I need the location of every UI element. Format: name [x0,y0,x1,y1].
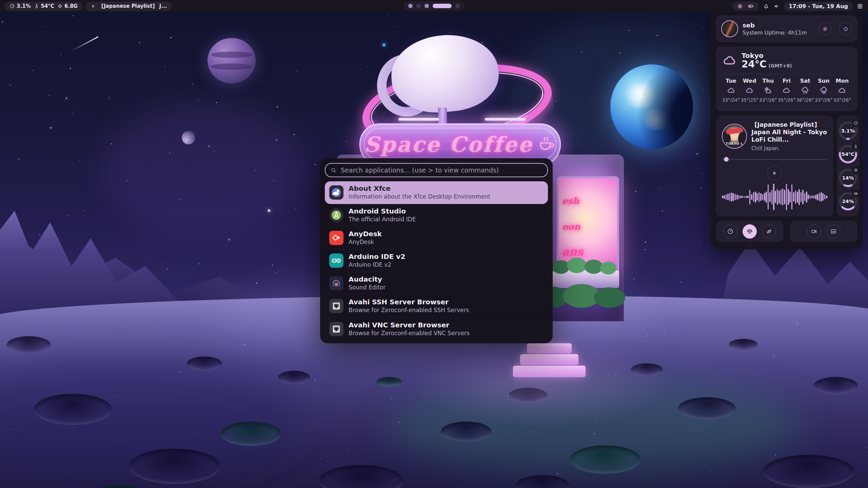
now-playing-text: 【Japanese Playlist】 J... [99,3,167,9]
network-icon[interactable] [737,3,743,9]
saturn-ring-back [357,52,558,158]
shooting-star [71,36,99,52]
workspace-dot-4-active[interactable] [433,4,452,8]
settings-button[interactable] [818,22,831,35]
camera-button[interactable] [807,224,821,239]
speedometer-icon [727,228,734,235]
app-title: About Xfce [349,185,490,192]
battery-icon[interactable] [748,3,754,9]
volume-icon[interactable] [773,3,780,9]
audio-waveform [722,183,827,211]
neon-cup-icon [536,134,556,155]
app-row-audacity[interactable]: AudacitySound Editor [325,272,548,295]
power-profile-scales-button[interactable] [743,224,757,239]
screen-icon [830,228,837,235]
storm-icon [819,86,828,95]
window-neon-script: ans [562,245,583,258]
app-row-avahi-vnc-server-browser[interactable]: Avahi VNC Server BrowserBrowse for Zeroc… [325,318,548,340]
shrub [567,258,587,273]
forecast-fri: Fri35°/26° [777,78,796,103]
app-launcher: About XfceInformation about the Xfce Des… [320,158,553,343]
scales-icon [746,228,753,235]
app-list: About XfceInformation about the Xfce Des… [325,181,548,340]
audacity-app-icon [329,276,343,290]
forecast-temps: 33°/26° [833,97,851,103]
divider [722,74,851,74]
gauge-speedometer: 3.1% [837,120,859,141]
app-row-anydesk[interactable]: AnyDeskAnyDesk [325,227,548,249]
floating-cup [388,31,501,117]
forecast-day: Thu [762,78,774,84]
cloud-icon [745,86,754,95]
search-input[interactable] [340,166,542,174]
user-card: seb System Uptime: 4h11m [716,16,857,42]
apps-grid-icon[interactable] [857,3,863,9]
avahi-app-icon [329,322,343,336]
app-row-arduino-ide-v2[interactable]: Arduino IDE v2Arduino IDE v2 [325,249,548,272]
search-icon [330,167,337,174]
forecast-day: Wed [743,78,756,84]
progress-knob[interactable] [724,157,729,162]
workspace-dot-5[interactable] [455,4,460,8]
marquee-light [398,118,439,121]
weather-cloud-icon [722,53,737,68]
app-row-about-xfce[interactable]: About XfceInformation about the Xfce Des… [325,181,548,204]
system-stats-pill[interactable]: 3.1% 54°C 6.8G [5,2,82,11]
track-progress-slider[interactable] [722,157,827,162]
now-playing-pill[interactable]: 【Japanese Playlist】 J... [86,2,172,11]
forecast-mon: Mon33°/26° [833,78,851,103]
forecast-row: Tue33°/24°Wed35°/25°Thu33°/26°Fri35°/26°… [722,78,851,103]
forecast-sat: Sat36°/26° [796,78,814,103]
weather-city: Tokyo [742,52,792,59]
clock[interactable]: 17:09 - Tue, 19 Aug [784,2,853,11]
notifications-bell-icon[interactable] [763,3,769,9]
media-player-card: TOKYO L 【Japanese Playlist】 Japan All Ni… [716,116,833,216]
clock-text: 17:09 - Tue, 19 Aug [789,3,848,9]
weather-temp: 24°C [742,59,767,70]
app-title: Avahi SSH Server Browser [349,298,469,306]
gauge-drive: 24% [837,191,859,212]
sun-cloud-icon [764,86,773,95]
marquee-light [485,118,526,121]
forecast-temps: 35°/26° [778,97,795,103]
speedometer-icon [9,3,15,9]
systray-pill[interactable] [732,2,759,11]
earth-planet [610,64,693,149]
power-profile-speedometer-button[interactable] [723,224,737,239]
neon-sign-text: Space Coffee [364,132,533,157]
forecast-temps: 33°/24° [722,97,740,103]
play-pause-button[interactable] [767,166,782,181]
purple-planet [208,38,256,83]
small-moon [182,131,195,144]
screen-button[interactable] [826,224,841,239]
workspace-dot-2[interactable] [416,4,421,8]
app-description: The official Android IDE [349,216,416,223]
pause-icon [771,170,777,176]
app-row-android-studio[interactable]: Android StudioThe official Android IDE [325,204,548,227]
app-title: Android Studio [349,207,416,215]
drive-icon [852,189,860,198]
app-title: Audacity [349,276,386,283]
app-row-avahi-ssh-server-browser[interactable]: Avahi SSH Server BrowserBrowse for Zeroc… [325,295,548,318]
workspace-dot-1[interactable] [408,4,413,8]
top-panel: 3.1% 54°C 6.8G 【Japanese Playlist】 J... … [0,0,868,12]
forecast-temps: 35°/25° [741,97,758,103]
weather-card: Tokyo 24°C (GMT+9) Tue33°/24°Wed35°/25°T… [716,47,857,111]
app-description: Browse for Zeroconf-enabled VNC Servers [349,330,470,337]
gear-icon [822,26,828,32]
android-studio-app-icon [329,208,343,222]
saturn-ring-front [357,52,558,158]
chip-icon [852,166,860,174]
shrub [600,262,616,274]
workspace-dot-3[interactable] [425,4,429,8]
power-button[interactable] [839,22,852,35]
camera-icon [811,228,817,235]
power-profile-leaf-button[interactable] [762,224,776,239]
shop-window: esh oon ans [557,176,619,276]
search-bar[interactable] [325,163,548,177]
album-art: TOKYO L [722,124,747,149]
workspace-indicator [404,1,464,11]
forecast-wed: Wed35°/25° [741,78,759,103]
pause-icon [91,4,96,9]
forecast-day: Mon [836,78,849,84]
